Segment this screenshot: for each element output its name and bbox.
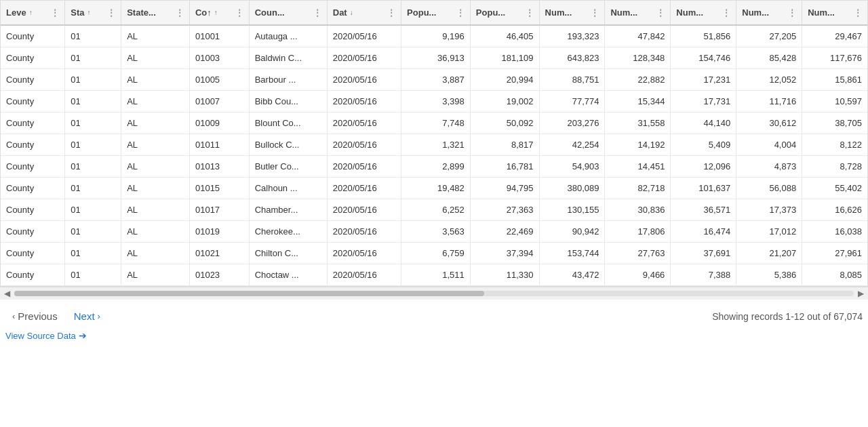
cell-popu1: 7,748 xyxy=(401,113,471,134)
col-menu-icon[interactable]: ⋮ xyxy=(854,8,862,18)
chevron-right-icon: › xyxy=(98,311,100,321)
cell-num4: 30,612 xyxy=(736,113,802,134)
cell-popu2: 22,469 xyxy=(470,221,539,243)
cell-level: County xyxy=(1,47,65,69)
col-state-abbr[interactable]: State... ⋮ xyxy=(121,1,190,25)
cell-num4: 11,716 xyxy=(736,91,802,113)
cell-num2: 14,192 xyxy=(605,134,671,156)
cell-county_fips: 01011 xyxy=(189,134,249,156)
col-num4[interactable]: Num... ⋮ xyxy=(736,1,802,25)
col-menu-icon[interactable]: ⋮ xyxy=(313,8,321,18)
scroll-thumb[interactable] xyxy=(14,291,484,296)
col-popu2[interactable]: Popu... ⋮ xyxy=(470,1,539,25)
cell-state_fips: 01 xyxy=(65,199,121,221)
cell-num2: 22,882 xyxy=(605,69,671,91)
col-county-name[interactable]: Coun... ⋮ xyxy=(249,1,327,25)
cell-num5: 16,038 xyxy=(802,221,867,243)
view-source-link[interactable]: View Source Data ➔ xyxy=(0,330,868,344)
cell-date: 2020/05/16 xyxy=(327,243,401,264)
cell-num2: 9,466 xyxy=(605,264,671,286)
cell-state_abbr: AL xyxy=(121,69,190,91)
cell-state_fips: 01 xyxy=(65,156,121,178)
next-label: Next xyxy=(74,310,95,322)
cell-num2: 128,348 xyxy=(605,47,671,69)
cell-num5: 29,467 xyxy=(802,25,867,47)
cell-state_fips: 01 xyxy=(65,243,121,264)
cell-num3: 17,231 xyxy=(671,69,736,91)
cell-popu1: 19,482 xyxy=(401,178,471,199)
previous-button[interactable]: ‹ Previous xyxy=(5,308,64,325)
col-menu-icon[interactable]: ⋮ xyxy=(456,8,465,18)
col-popu1[interactable]: Popu... ⋮ xyxy=(401,1,471,25)
cell-county_fips: 01015 xyxy=(189,178,249,199)
table-row: County01AL01017Chamber...2020/05/166,252… xyxy=(1,199,867,221)
col-menu-icon[interactable]: ⋮ xyxy=(107,8,115,18)
cell-state_fips: 01 xyxy=(65,91,121,113)
col-num5-label: Num... xyxy=(808,7,835,18)
table-row: County01AL01005Barbour ...2020/05/163,88… xyxy=(1,69,867,91)
header-row: Leve ↑ ⋮ Sta ↑ ⋮ Sta xyxy=(1,1,867,25)
col-num2[interactable]: Num... ⋮ xyxy=(605,1,671,25)
horizontal-scrollbar[interactable]: ◀ ▶ xyxy=(0,287,868,300)
scroll-left-icon[interactable]: ◀ xyxy=(3,289,12,298)
cell-level: County xyxy=(1,69,65,91)
col-level[interactable]: Leve ↑ ⋮ xyxy=(1,1,65,25)
cell-level: County xyxy=(1,243,65,264)
cell-popu1: 6,252 xyxy=(401,199,471,221)
col-county-fips[interactable]: Co↑ ↑ ⋮ xyxy=(189,1,249,25)
col-county-fips-label: Co↑ xyxy=(195,7,212,18)
cell-date: 2020/05/16 xyxy=(327,178,401,199)
cell-num1: 380,089 xyxy=(539,178,605,199)
col-menu-icon[interactable]: ⋮ xyxy=(51,8,59,18)
cell-num4: 12,052 xyxy=(736,69,802,91)
col-menu-icon[interactable]: ⋮ xyxy=(235,8,243,18)
main-container: Leve ↑ ⋮ Sta ↑ ⋮ Sta xyxy=(0,0,868,344)
cell-state_abbr: AL xyxy=(121,243,190,264)
table-row: County01AL01009Blount Co...2020/05/167,7… xyxy=(1,113,867,134)
col-menu-icon[interactable]: ⋮ xyxy=(722,8,730,18)
col-state-fips[interactable]: Sta ↑ ⋮ xyxy=(65,1,121,25)
cell-level: County xyxy=(1,156,65,178)
cell-state_fips: 01 xyxy=(65,264,121,286)
col-menu-icon[interactable]: ⋮ xyxy=(387,8,395,18)
cell-num1: 42,254 xyxy=(539,134,605,156)
cell-county_name: Bibb Cou... xyxy=(249,91,327,113)
pagination-controls: ‹ Previous Next › xyxy=(5,308,107,325)
sort-desc-icon: ↓ xyxy=(350,9,353,16)
cell-num1: 153,744 xyxy=(539,243,605,264)
cell-level: County xyxy=(1,25,65,47)
col-menu-icon[interactable]: ⋮ xyxy=(788,8,796,18)
cell-num1: 193,323 xyxy=(539,25,605,47)
cell-popu2: 50,092 xyxy=(470,113,539,134)
table-wrapper: Leve ↑ ⋮ Sta ↑ ⋮ Sta xyxy=(0,0,868,287)
cell-state_fips: 01 xyxy=(65,178,121,199)
next-button[interactable]: Next › xyxy=(67,308,107,325)
cell-state_abbr: AL xyxy=(121,178,190,199)
cell-num2: 31,558 xyxy=(605,113,671,134)
cell-popu1: 36,913 xyxy=(401,47,471,69)
scroll-track[interactable] xyxy=(14,291,854,296)
col-menu-icon[interactable]: ⋮ xyxy=(591,8,599,18)
col-date[interactable]: Dat ↓ ⋮ xyxy=(327,1,401,25)
data-table: Leve ↑ ⋮ Sta ↑ ⋮ Sta xyxy=(1,1,867,286)
cell-county_fips: 01013 xyxy=(189,156,249,178)
cell-level: County xyxy=(1,221,65,243)
cell-county_name: Chilton C... xyxy=(249,243,327,264)
scroll-right-icon[interactable]: ▶ xyxy=(856,289,865,298)
col-menu-icon[interactable]: ⋮ xyxy=(526,8,534,18)
cell-county_name: Chamber... xyxy=(249,199,327,221)
cell-num5: 16,626 xyxy=(802,199,867,221)
cell-num3: 36,571 xyxy=(671,199,736,221)
col-menu-icon[interactable]: ⋮ xyxy=(656,8,665,18)
cell-num5: 27,961 xyxy=(802,243,867,264)
col-menu-icon[interactable]: ⋮ xyxy=(176,8,184,18)
cell-county_name: Bullock C... xyxy=(249,134,327,156)
col-num3[interactable]: Num... ⋮ xyxy=(671,1,736,25)
cell-num1: 130,155 xyxy=(539,199,605,221)
cell-state_abbr: AL xyxy=(121,199,190,221)
cell-county_fips: 01007 xyxy=(189,91,249,113)
col-num5[interactable]: Num... ⋮ xyxy=(802,1,867,25)
cell-num1: 77,774 xyxy=(539,91,605,113)
col-num1[interactable]: Num... ⋮ xyxy=(539,1,605,25)
previous-label: Previous xyxy=(18,310,57,322)
